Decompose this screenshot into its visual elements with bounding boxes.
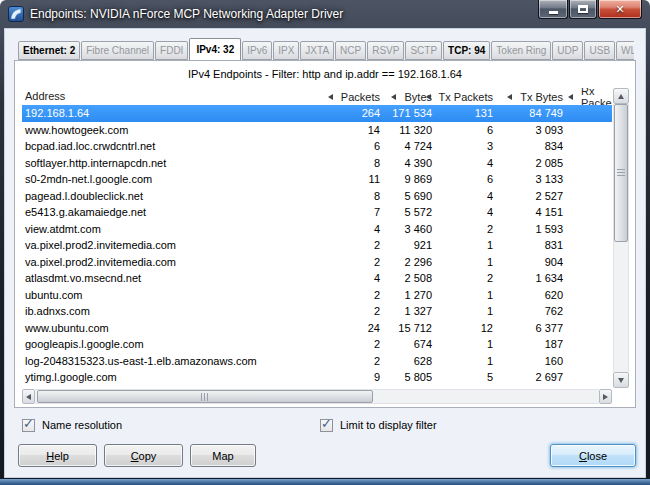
table-body: 192.168.1.64264171 53413184 749www.howto… (22, 105, 612, 386)
column-label: Packets (341, 91, 380, 103)
scrollbar-grip-icon (201, 393, 209, 401)
sort-arrow-icon (507, 94, 512, 100)
endpoint-row[interactable]: view.atdmt.com43 46021 593 (22, 221, 612, 238)
name-resolution-checkbox[interactable]: ✓ Name resolution (22, 417, 122, 433)
horizontal-scrollbar-track[interactable] (35, 389, 599, 404)
endpoint-address: googleapis.l.google.com (25, 336, 144, 353)
minimize-button[interactable] (538, 0, 568, 19)
endpoint-address: log-2048315323.us-east-1.elb.amazonaws.c… (25, 353, 257, 370)
tab-jxta[interactable]: JXTA (300, 41, 334, 60)
endpoint-address: www.howtogeek.com (25, 122, 128, 139)
horizontal-scrollbar[interactable] (22, 389, 612, 404)
endpoint-row[interactable]: atlasdmt.vo.msecnd.net42 50821 634 (22, 270, 612, 287)
endpoint-row[interactable]: www.howtogeek.com1411 32063 093 (22, 122, 612, 139)
limit-to-display-filter-checkbox[interactable]: ✓ Limit to display filter (320, 417, 437, 433)
tab-ncp[interactable]: NCP (335, 41, 366, 60)
column-header-tx_packets[interactable]: Tx Packets (426, 88, 493, 105)
packets-value: 24 (368, 320, 380, 337)
column-header-tx_bytes[interactable]: Tx Bytes (507, 88, 563, 105)
tab-wlan[interactable]: WLAN (616, 41, 634, 60)
checkmark-icon: ✓ (321, 416, 332, 431)
scroll-right-icon (603, 394, 608, 400)
endpoint-row[interactable]: softlayer.http.internapcdn.net84 39042 0… (22, 155, 612, 172)
checkbox-label: Name resolution (42, 419, 122, 431)
tx_packets-value: 1 (487, 254, 493, 271)
vertical-scrollbar-track[interactable] (613, 104, 629, 372)
close-button[interactable]: Close (550, 444, 636, 467)
packets-value: 2 (374, 287, 380, 304)
maximize-icon (578, 5, 588, 13)
packets-value: 8 (374, 155, 380, 172)
tab-fddi[interactable]: FDDI (155, 41, 188, 60)
tab-usb[interactable]: USB (584, 41, 615, 60)
tx_packets-value: 4 (487, 188, 493, 205)
tab-ipv4-32[interactable]: IPv4: 32 (189, 38, 241, 60)
tx_packets-value: 1 (487, 237, 493, 254)
tx_bytes-value: 160 (545, 353, 563, 370)
bytes-value: 4 390 (404, 155, 432, 172)
column-header-address[interactable]: Address (25, 88, 65, 105)
tab-tcp-94[interactable]: TCP: 94 (443, 41, 490, 60)
tab-sctp[interactable]: SCTP (405, 41, 442, 60)
endpoint-row[interactable]: s0-2mdn-net.l.google.com119 86963 133 (22, 171, 612, 188)
endpoint-row[interactable]: ubuntu.com21 2701620 (22, 287, 612, 304)
endpoint-address: atlasdmt.vo.msecnd.net (25, 270, 141, 287)
endpoint-row[interactable]: googleapis.l.google.com26741187 (22, 336, 612, 353)
tab-ipx[interactable]: IPX (273, 41, 299, 60)
copy-button[interactable]: Copy (104, 444, 183, 467)
maximize-button[interactable] (569, 0, 597, 19)
packets-value: 2 (374, 254, 380, 271)
endpoint-row[interactable]: 192.168.1.64264171 53413184 749 (22, 105, 612, 122)
tx_packets-value: 1 (487, 353, 493, 370)
packets-value: 264 (362, 105, 380, 122)
tx_packets-value: 6 (487, 122, 493, 139)
tx_packets-value: 2 (487, 270, 493, 287)
map-button[interactable]: Map (190, 444, 256, 467)
endpoint-row[interactable]: pagead.l.doubleclick.net85 69042 527 (22, 188, 612, 205)
bytes-value: 2 508 (404, 270, 432, 287)
endpoint-row[interactable]: log-2048315323.us-east-1.elb.amazonaws.c… (22, 353, 612, 370)
tx_bytes-value: 187 (545, 336, 563, 353)
endpoint-row[interactable]: ytimg.l.google.com95 80552 697 (22, 369, 612, 386)
horizontal-scrollbar-thumb[interactable] (37, 390, 373, 403)
scroll-up-button[interactable] (613, 88, 629, 104)
tx_bytes-value: 834 (545, 138, 563, 155)
sort-arrow-icon (568, 94, 573, 100)
bytes-value: 674 (414, 336, 432, 353)
tab-ipv6[interactable]: IPv6 (242, 41, 272, 60)
tab-rsvp[interactable]: RSVP (367, 41, 404, 60)
column-header-packets[interactable]: Packets (328, 88, 380, 105)
packets-value: 2 (374, 303, 380, 320)
vertical-scrollbar[interactable] (613, 88, 629, 388)
tx_bytes-value: 3 093 (535, 122, 563, 139)
wireshark-app-icon[interactable] (8, 6, 24, 22)
tab-ethernet-2[interactable]: Ethernet: 2 (18, 41, 80, 60)
table-header-row: AddressPacketsBytesTx PacketsTx BytesRx … (22, 88, 612, 105)
scroll-left-button[interactable] (22, 389, 35, 404)
tab-fibre-channel[interactable]: Fibre Channel (81, 41, 154, 60)
endpoint-row[interactable]: va.pixel.prod2.invitemedia.com22 2961904 (22, 254, 612, 271)
endpoint-address: ubuntu.com (25, 287, 82, 304)
tab-udp[interactable]: UDP (552, 41, 583, 60)
endpoint-row[interactable]: e5413.g.akamaiedge.net75 57244 151 (22, 204, 612, 221)
endpoint-row[interactable]: bcpad.iad.loc.crwdcntrl.net64 7243834 (22, 138, 612, 155)
checkbox-icon: ✓ (320, 419, 333, 432)
endpoint-row[interactable]: va.pixel.prod2.invitemedia.com29211831 (22, 237, 612, 254)
endpoint-address: 192.168.1.64 (25, 105, 89, 122)
tab-token-ring[interactable]: Token Ring (491, 41, 551, 60)
endpoint-row[interactable]: www.ubuntu.com2415 712126 377 (22, 320, 612, 337)
scroll-right-button[interactable] (599, 389, 612, 404)
help-button[interactable]: Help (18, 444, 97, 467)
close-icon: ✕ (615, 1, 624, 18)
vertical-scrollbar-thumb[interactable] (614, 104, 628, 242)
titlebar[interactable]: Endpoints: NVIDIA nForce MCP Networking … (0, 0, 650, 28)
tx_bytes-value: 762 (545, 303, 563, 320)
scroll-down-button[interactable] (613, 372, 629, 388)
endpoint-address: softlayer.http.internapcdn.net (25, 155, 166, 172)
column-header-rx_packets[interactable]: Rx Packe (568, 88, 612, 105)
endpoint-row[interactable]: ib.adnxs.com21 3271762 (22, 303, 612, 320)
close-window-button[interactable]: ✕ (598, 0, 642, 19)
column-label: Tx Bytes (520, 91, 563, 103)
packets-value: 6 (374, 138, 380, 155)
bytes-value: 9 869 (404, 171, 432, 188)
